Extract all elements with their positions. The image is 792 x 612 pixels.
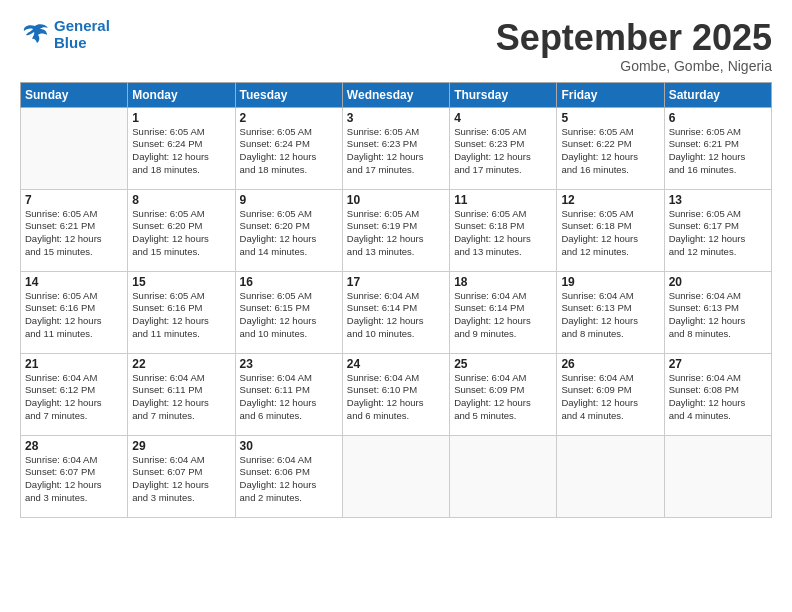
calendar-cell — [557, 435, 664, 517]
day-info: Sunrise: 6:04 AM Sunset: 6:09 PM Dayligh… — [561, 372, 659, 423]
day-number: 15 — [132, 275, 230, 289]
calendar-cell: 25Sunrise: 6:04 AM Sunset: 6:09 PM Dayli… — [450, 353, 557, 435]
day-info: Sunrise: 6:04 AM Sunset: 6:07 PM Dayligh… — [25, 454, 123, 505]
calendar-cell: 9Sunrise: 6:05 AM Sunset: 6:20 PM Daylig… — [235, 189, 342, 271]
calendar-cell: 5Sunrise: 6:05 AM Sunset: 6:22 PM Daylig… — [557, 107, 664, 189]
calendar-cell: 8Sunrise: 6:05 AM Sunset: 6:20 PM Daylig… — [128, 189, 235, 271]
day-number: 19 — [561, 275, 659, 289]
calendar-cell: 29Sunrise: 6:04 AM Sunset: 6:07 PM Dayli… — [128, 435, 235, 517]
page: General Blue September 2025 Gombe, Gombe… — [0, 0, 792, 612]
day-number: 4 — [454, 111, 552, 125]
day-number: 28 — [25, 439, 123, 453]
day-number: 18 — [454, 275, 552, 289]
day-number: 5 — [561, 111, 659, 125]
month-title: September 2025 — [496, 18, 772, 58]
calendar-cell — [342, 435, 449, 517]
calendar-cell: 24Sunrise: 6:04 AM Sunset: 6:10 PM Dayli… — [342, 353, 449, 435]
day-info: Sunrise: 6:04 AM Sunset: 6:12 PM Dayligh… — [25, 372, 123, 423]
day-info: Sunrise: 6:05 AM Sunset: 6:23 PM Dayligh… — [454, 126, 552, 177]
day-info: Sunrise: 6:05 AM Sunset: 6:15 PM Dayligh… — [240, 290, 338, 341]
day-info: Sunrise: 6:05 AM Sunset: 6:24 PM Dayligh… — [240, 126, 338, 177]
calendar-cell: 18Sunrise: 6:04 AM Sunset: 6:14 PM Dayli… — [450, 271, 557, 353]
day-number: 6 — [669, 111, 767, 125]
calendar-cell: 10Sunrise: 6:05 AM Sunset: 6:19 PM Dayli… — [342, 189, 449, 271]
day-info: Sunrise: 6:04 AM Sunset: 6:11 PM Dayligh… — [240, 372, 338, 423]
day-info: Sunrise: 6:05 AM Sunset: 6:18 PM Dayligh… — [561, 208, 659, 259]
day-number: 27 — [669, 357, 767, 371]
calendar-cell — [21, 107, 128, 189]
calendar-cell: 21Sunrise: 6:04 AM Sunset: 6:12 PM Dayli… — [21, 353, 128, 435]
calendar-cell — [450, 435, 557, 517]
calendar-cell: 12Sunrise: 6:05 AM Sunset: 6:18 PM Dayli… — [557, 189, 664, 271]
weekday-header-saturday: Saturday — [664, 82, 771, 107]
calendar-cell: 3Sunrise: 6:05 AM Sunset: 6:23 PM Daylig… — [342, 107, 449, 189]
day-info: Sunrise: 6:05 AM Sunset: 6:22 PM Dayligh… — [561, 126, 659, 177]
logo-line2: Blue — [54, 34, 87, 51]
day-info: Sunrise: 6:05 AM Sunset: 6:20 PM Dayligh… — [240, 208, 338, 259]
weekday-header-row: SundayMondayTuesdayWednesdayThursdayFrid… — [21, 82, 772, 107]
calendar-cell: 16Sunrise: 6:05 AM Sunset: 6:15 PM Dayli… — [235, 271, 342, 353]
week-row-3: 21Sunrise: 6:04 AM Sunset: 6:12 PM Dayli… — [21, 353, 772, 435]
day-number: 14 — [25, 275, 123, 289]
weekday-header-friday: Friday — [557, 82, 664, 107]
logo-line1: General — [54, 17, 110, 34]
day-info: Sunrise: 6:05 AM Sunset: 6:21 PM Dayligh… — [669, 126, 767, 177]
day-info: Sunrise: 6:04 AM Sunset: 6:13 PM Dayligh… — [669, 290, 767, 341]
day-info: Sunrise: 6:05 AM Sunset: 6:19 PM Dayligh… — [347, 208, 445, 259]
day-number: 17 — [347, 275, 445, 289]
day-number: 9 — [240, 193, 338, 207]
title-block: September 2025 Gombe, Gombe, Nigeria — [496, 18, 772, 74]
calendar-cell: 14Sunrise: 6:05 AM Sunset: 6:16 PM Dayli… — [21, 271, 128, 353]
week-row-0: 1Sunrise: 6:05 AM Sunset: 6:24 PM Daylig… — [21, 107, 772, 189]
day-info: Sunrise: 6:05 AM Sunset: 6:21 PM Dayligh… — [25, 208, 123, 259]
day-info: Sunrise: 6:04 AM Sunset: 6:13 PM Dayligh… — [561, 290, 659, 341]
day-number: 7 — [25, 193, 123, 207]
day-info: Sunrise: 6:04 AM Sunset: 6:14 PM Dayligh… — [454, 290, 552, 341]
calendar-cell: 26Sunrise: 6:04 AM Sunset: 6:09 PM Dayli… — [557, 353, 664, 435]
day-number: 22 — [132, 357, 230, 371]
day-number: 16 — [240, 275, 338, 289]
day-info: Sunrise: 6:05 AM Sunset: 6:17 PM Dayligh… — [669, 208, 767, 259]
day-number: 3 — [347, 111, 445, 125]
day-number: 1 — [132, 111, 230, 125]
calendar-cell: 4Sunrise: 6:05 AM Sunset: 6:23 PM Daylig… — [450, 107, 557, 189]
calendar-cell — [664, 435, 771, 517]
day-number: 23 — [240, 357, 338, 371]
day-number: 10 — [347, 193, 445, 207]
calendar-cell: 6Sunrise: 6:05 AM Sunset: 6:21 PM Daylig… — [664, 107, 771, 189]
day-info: Sunrise: 6:04 AM Sunset: 6:09 PM Dayligh… — [454, 372, 552, 423]
calendar-cell: 20Sunrise: 6:04 AM Sunset: 6:13 PM Dayli… — [664, 271, 771, 353]
calendar-cell: 13Sunrise: 6:05 AM Sunset: 6:17 PM Dayli… — [664, 189, 771, 271]
calendar-cell: 7Sunrise: 6:05 AM Sunset: 6:21 PM Daylig… — [21, 189, 128, 271]
day-info: Sunrise: 6:05 AM Sunset: 6:24 PM Dayligh… — [132, 126, 230, 177]
weekday-header-monday: Monday — [128, 82, 235, 107]
day-info: Sunrise: 6:05 AM Sunset: 6:16 PM Dayligh… — [25, 290, 123, 341]
day-info: Sunrise: 6:04 AM Sunset: 6:14 PM Dayligh… — [347, 290, 445, 341]
day-number: 25 — [454, 357, 552, 371]
calendar-cell: 17Sunrise: 6:04 AM Sunset: 6:14 PM Dayli… — [342, 271, 449, 353]
day-number: 11 — [454, 193, 552, 207]
day-number: 2 — [240, 111, 338, 125]
calendar-cell: 19Sunrise: 6:04 AM Sunset: 6:13 PM Dayli… — [557, 271, 664, 353]
weekday-header-wednesday: Wednesday — [342, 82, 449, 107]
day-number: 20 — [669, 275, 767, 289]
day-info: Sunrise: 6:04 AM Sunset: 6:07 PM Dayligh… — [132, 454, 230, 505]
logo: General Blue — [20, 18, 110, 51]
day-info: Sunrise: 6:04 AM Sunset: 6:10 PM Dayligh… — [347, 372, 445, 423]
calendar-cell: 22Sunrise: 6:04 AM Sunset: 6:11 PM Dayli… — [128, 353, 235, 435]
week-row-2: 14Sunrise: 6:05 AM Sunset: 6:16 PM Dayli… — [21, 271, 772, 353]
logo-text: General Blue — [54, 18, 110, 51]
day-info: Sunrise: 6:05 AM Sunset: 6:23 PM Dayligh… — [347, 126, 445, 177]
day-number: 30 — [240, 439, 338, 453]
day-number: 29 — [132, 439, 230, 453]
calendar-cell: 27Sunrise: 6:04 AM Sunset: 6:08 PM Dayli… — [664, 353, 771, 435]
calendar-cell: 28Sunrise: 6:04 AM Sunset: 6:07 PM Dayli… — [21, 435, 128, 517]
week-row-4: 28Sunrise: 6:04 AM Sunset: 6:07 PM Dayli… — [21, 435, 772, 517]
day-number: 8 — [132, 193, 230, 207]
day-info: Sunrise: 6:04 AM Sunset: 6:08 PM Dayligh… — [669, 372, 767, 423]
day-info: Sunrise: 6:05 AM Sunset: 6:18 PM Dayligh… — [454, 208, 552, 259]
calendar-cell: 23Sunrise: 6:04 AM Sunset: 6:11 PM Dayli… — [235, 353, 342, 435]
day-number: 13 — [669, 193, 767, 207]
calendar: SundayMondayTuesdayWednesdayThursdayFrid… — [20, 82, 772, 518]
day-info: Sunrise: 6:05 AM Sunset: 6:16 PM Dayligh… — [132, 290, 230, 341]
